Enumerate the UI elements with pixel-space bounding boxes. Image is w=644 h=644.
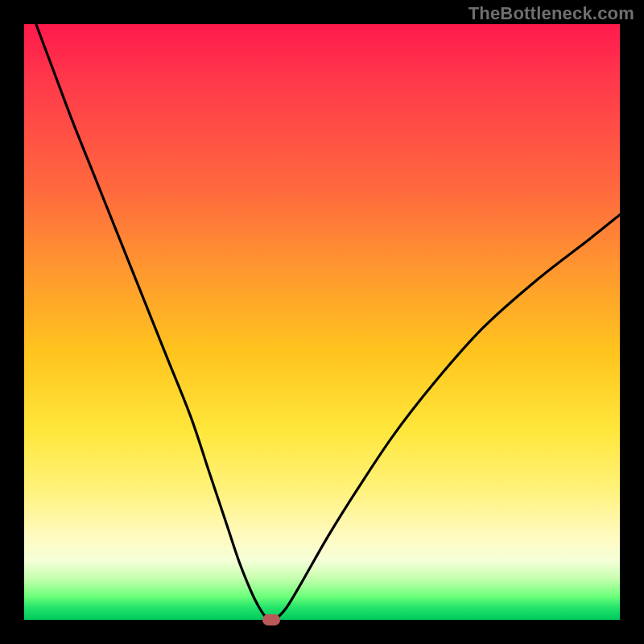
chart-frame: TheBottleneck.com (0, 0, 644, 644)
attribution-text: TheBottleneck.com (469, 3, 634, 24)
minimum-marker (262, 614, 280, 625)
plot-area (24, 24, 620, 620)
bottleneck-curve (24, 24, 620, 620)
